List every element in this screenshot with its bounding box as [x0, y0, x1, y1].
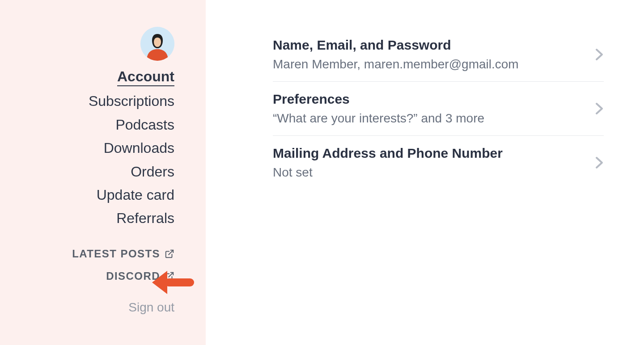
svg-line-1	[169, 250, 173, 254]
nav-primary: Account Subscriptions Podcasts Downloads…	[89, 68, 174, 227]
chevron-right-icon	[595, 102, 604, 115]
chevron-right-icon	[595, 48, 604, 61]
nav-item-update-card[interactable]: Update card	[97, 186, 174, 203]
chevron-right-icon	[595, 156, 604, 169]
nav-item-podcasts[interactable]: Podcasts	[115, 116, 174, 133]
settings-row-name-email-password[interactable]: Name, Email, and Password Maren Member, …	[273, 38, 604, 82]
avatar[interactable]	[140, 27, 174, 61]
svg-line-2	[169, 272, 173, 277]
nav-item-referrals[interactable]: Referrals	[116, 210, 174, 227]
settings-row-title: Mailing Address and Phone Number	[273, 146, 503, 161]
settings-row-mailing-address-phone[interactable]: Mailing Address and Phone Number Not set	[273, 136, 604, 189]
settings-row-title: Preferences	[273, 92, 484, 107]
settings-row-text: Preferences “What are your interests?” a…	[273, 92, 484, 126]
settings-row-text: Name, Email, and Password Maren Member, …	[273, 38, 519, 72]
ext-link-label: DISCORD	[106, 270, 160, 282]
settings-row-title: Name, Email, and Password	[273, 38, 519, 53]
nav-item-account[interactable]: Account	[117, 68, 174, 86]
settings-row-text: Mailing Address and Phone Number Not set	[273, 146, 503, 180]
settings-row-preferences[interactable]: Preferences “What are your interests?” a…	[273, 82, 604, 136]
nav-item-orders[interactable]: Orders	[131, 163, 174, 180]
external-link-icon	[165, 249, 174, 259]
nav-secondary: LATEST POSTS DISCORD	[72, 248, 174, 282]
ext-link-label: LATEST POSTS	[72, 248, 160, 260]
sidebar: Account Subscriptions Podcasts Downloads…	[0, 0, 206, 345]
settings-row-subtitle: Not set	[273, 165, 503, 180]
settings-row-subtitle: “What are your interests?” and 3 more	[273, 111, 484, 126]
settings-row-subtitle: Maren Member, maren.member@gmail.com	[273, 57, 519, 72]
sign-out-link[interactable]: Sign out	[128, 300, 174, 315]
avatar-icon	[140, 27, 174, 61]
main-content: Name, Email, and Password Maren Member, …	[206, 0, 644, 345]
ext-link-discord[interactable]: DISCORD	[106, 270, 174, 282]
ext-link-latest-posts[interactable]: LATEST POSTS	[72, 248, 174, 260]
nav-item-downloads[interactable]: Downloads	[104, 139, 174, 156]
nav-item-subscriptions[interactable]: Subscriptions	[89, 93, 174, 109]
external-link-icon	[165, 271, 174, 281]
